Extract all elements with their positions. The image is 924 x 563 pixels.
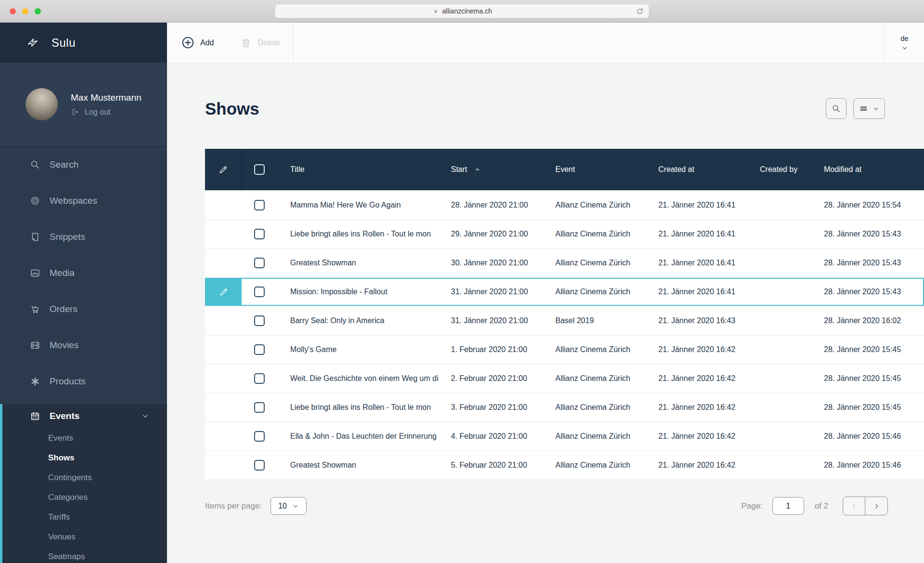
table-row[interactable]: Weit. Die Geschichte von einem Weg um di… xyxy=(205,365,924,393)
column-header-created-at[interactable]: Created at xyxy=(655,165,757,174)
table-row[interactable]: Liebe bringt alles ins Rollen - Tout le … xyxy=(205,220,924,248)
sidebar-subitem-contingents[interactable]: Contingents xyxy=(2,468,167,487)
row-edit-cell xyxy=(205,336,242,364)
logout-button[interactable]: Log out xyxy=(71,108,141,117)
add-button[interactable]: Add xyxy=(181,36,214,49)
row-start: 31. Jänner 2020 21:00 xyxy=(448,316,552,325)
row-start: 29. Jänner 2020 21:00 xyxy=(448,230,552,238)
sidebar-subitem-tariffs[interactable]: Tariffs xyxy=(2,507,167,527)
row-checkbox[interactable] xyxy=(254,344,265,355)
row-created-at: 21. Jänner 2020 16:41 xyxy=(655,201,757,209)
sidebar-item-label: Orders xyxy=(50,304,77,314)
row-created-at: 21. Jänner 2020 16:42 xyxy=(655,403,757,412)
page-number-input[interactable] xyxy=(772,497,804,515)
row-checkbox[interactable] xyxy=(254,431,265,442)
row-modified-at: 28. Jänner 2020 15:43 xyxy=(821,288,924,296)
search-button[interactable] xyxy=(826,98,847,119)
row-title: Ella & John - Das Leuchten der Erinnerun… xyxy=(277,432,448,441)
row-modified-at: 28. Jänner 2020 15:45 xyxy=(821,374,924,383)
sidebar-item-media[interactable]: Media xyxy=(0,255,167,291)
items-per-page-select[interactable]: 10 xyxy=(270,497,307,515)
row-title: Mission: Impossible - Fallout xyxy=(277,288,448,296)
minimize-window-button[interactable] xyxy=(22,8,28,14)
row-checkbox-cell xyxy=(242,431,277,442)
sidebar-item-label: Media xyxy=(50,268,75,278)
avatar xyxy=(26,88,58,120)
column-header-title[interactable]: Title xyxy=(277,165,448,174)
table-row[interactable]: Mission: Impossible - Fallout31. Jänner … xyxy=(205,278,924,306)
row-created-at: 21. Jänner 2020 16:41 xyxy=(655,288,757,296)
sidebar-item-search[interactable]: Search xyxy=(0,146,167,183)
sidebar-subitem-seatmaps[interactable]: Seatmaps xyxy=(2,547,167,563)
row-checkbox[interactable] xyxy=(254,402,265,413)
row-checkbox[interactable] xyxy=(254,258,265,268)
next-page-button[interactable] xyxy=(865,497,887,515)
sidebar-item-webspaces[interactable]: Webspaces xyxy=(0,183,167,219)
table-row[interactable]: Greatest Showman30. Jänner 2020 21:00All… xyxy=(205,249,924,277)
search-icon xyxy=(29,159,41,170)
row-checkbox[interactable] xyxy=(254,200,265,210)
sidebar-item-snippets[interactable]: Snippets xyxy=(0,219,167,255)
refresh-icon[interactable] xyxy=(635,7,644,16)
sidebar-subitem-venues[interactable]: Venues xyxy=(2,527,167,547)
sidebar-section-events: Events EventsShowsContingentsCategoriesT… xyxy=(0,404,167,563)
row-checkbox[interactable] xyxy=(254,460,265,471)
delete-button[interactable]: Delete xyxy=(240,37,280,49)
column-header-modified-at[interactable]: Modified at xyxy=(821,165,924,174)
table-row[interactable]: Liebe bringt alles ins Rollen - Tout le … xyxy=(205,393,924,421)
locale-label: de xyxy=(900,34,909,42)
chevron-down-icon xyxy=(141,412,150,420)
page-title: Shows xyxy=(205,99,259,118)
column-header-created-by[interactable]: Created by xyxy=(757,165,821,174)
sidebar-subitem-shows[interactable]: Shows xyxy=(2,448,167,468)
row-checkbox[interactable] xyxy=(254,373,265,384)
pencil-icon xyxy=(218,287,229,297)
row-edit-cell xyxy=(205,422,242,450)
row-edit-button[interactable] xyxy=(205,278,242,306)
search-icon xyxy=(832,104,841,113)
row-title: Greatest Showman xyxy=(277,259,448,267)
table-row[interactable]: Ella & John - Das Leuchten der Erinnerun… xyxy=(205,422,924,450)
media-icon xyxy=(29,268,41,278)
table-row[interactable]: Mamma Mia! Here We Go Again28. Jänner 20… xyxy=(205,191,924,219)
sidebar-item-events-section[interactable]: Events xyxy=(2,404,167,428)
user-panel: Max Mustermann Log out xyxy=(0,63,167,146)
column-header-start[interactable]: Start xyxy=(448,165,552,174)
items-per-page-value: 10 xyxy=(278,502,287,511)
content: Shows xyxy=(167,63,924,563)
row-checkbox[interactable] xyxy=(254,287,265,297)
zoom-window-button[interactable] xyxy=(35,8,41,14)
close-window-button[interactable] xyxy=(10,8,16,14)
table-row[interactable]: Barry Seal: Only in America31. Jänner 20… xyxy=(205,307,924,335)
row-checkbox[interactable] xyxy=(254,229,265,239)
chevron-down-icon xyxy=(873,105,879,112)
sidebar: Sulu Max Mustermann Log out SearchWebspa… xyxy=(0,23,167,563)
address-bar[interactable]: allianzcinema.ch xyxy=(275,4,649,18)
sulu-logo[interactable]: Sulu xyxy=(0,23,167,63)
previous-page-button[interactable] xyxy=(843,497,865,515)
row-checkbox[interactable] xyxy=(254,315,265,326)
row-event: Allianz Cinema Zürich xyxy=(552,230,655,238)
sidebar-item-products[interactable]: Products xyxy=(0,363,167,399)
add-button-label: Add xyxy=(200,39,214,47)
row-title: Barry Seal: Only in America xyxy=(277,316,448,325)
row-start: 1. Februar 2020 21:00 xyxy=(448,345,552,354)
table-row[interactable]: Greatest Showman5. Februar 2020 21:00All… xyxy=(205,451,924,479)
view-mode-button[interactable] xyxy=(853,98,885,119)
row-event: Allianz Cinema Zürich xyxy=(552,374,655,383)
chevron-down-icon xyxy=(292,503,299,510)
sidebar-item-label: Snippets xyxy=(50,232,85,242)
sidebar-item-label: Webspaces xyxy=(50,196,97,206)
sidebar-item-orders[interactable]: Orders xyxy=(0,291,167,327)
row-modified-at: 28. Jänner 2020 15:45 xyxy=(821,403,924,412)
sidebar-subitem-categories[interactable]: Categories xyxy=(2,487,167,507)
sidebar-item-movies[interactable]: Movies xyxy=(0,327,167,363)
sidebar-subitem-events[interactable]: Events xyxy=(2,428,167,448)
column-header-event[interactable]: Event xyxy=(552,165,655,174)
table-row[interactable]: Molly's Game1. Februar 2020 21:00Allianz… xyxy=(205,336,924,364)
snippets-icon xyxy=(29,232,41,242)
window-controls xyxy=(10,8,41,14)
row-event: Allianz Cinema Zürich xyxy=(552,259,655,267)
locale-switcher[interactable]: de xyxy=(885,23,924,63)
select-all-checkbox[interactable] xyxy=(254,164,265,175)
